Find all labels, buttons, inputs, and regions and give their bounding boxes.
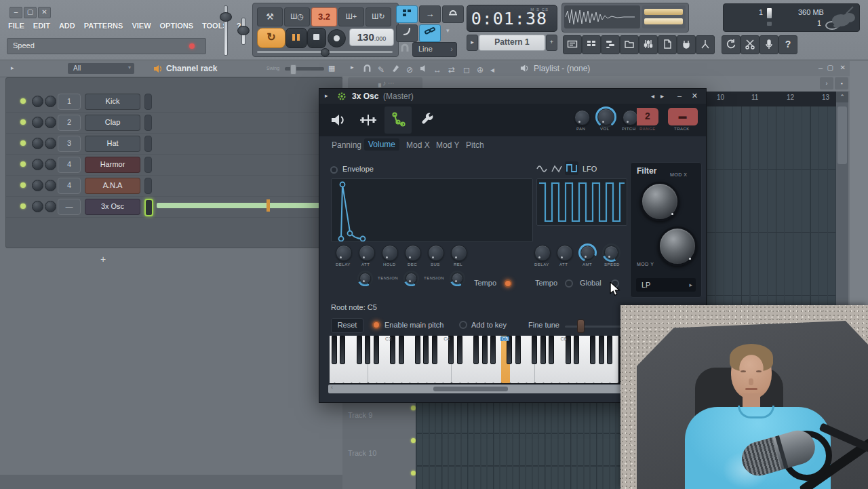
plugin-prev-button[interactable]: ◂ xyxy=(651,92,654,100)
scroll-right-button[interactable]: › xyxy=(820,77,833,90)
gear-icon[interactable] xyxy=(337,92,347,101)
piano-key-black[interactable] xyxy=(332,336,337,364)
undo-button[interactable] xyxy=(722,35,741,54)
add-to-key-label[interactable]: Add to key xyxy=(471,321,507,329)
piano-key-black[interactable] xyxy=(540,336,546,364)
track-name[interactable]: Track 10 xyxy=(348,449,376,457)
plugin-close-button[interactable]: ✕ xyxy=(692,92,698,100)
metronome-button[interactable]: ⚒ xyxy=(257,7,283,26)
rack-menu-arrow[interactable]: ▸ xyxy=(11,64,14,71)
add-to-key-led[interactable] xyxy=(459,321,467,329)
reset-button[interactable]: Reset xyxy=(331,318,363,333)
piano-key-black[interactable] xyxy=(473,336,479,364)
magnet-icon[interactable] xyxy=(363,64,372,73)
menu-view[interactable]: VIEW xyxy=(132,22,151,30)
piano-key-black[interactable] xyxy=(432,336,437,364)
env-dec-knob[interactable] xyxy=(405,245,421,261)
channel-number[interactable]: 4 xyxy=(58,157,81,173)
tab-panning[interactable]: Panning xyxy=(332,140,361,150)
channel-number[interactable]: 2 xyxy=(58,115,81,131)
chevron-down-icon[interactable]: ▾ xyxy=(446,27,450,34)
channel-name-button[interactable]: Clap xyxy=(85,115,140,131)
lfo-tempo-led[interactable] xyxy=(565,279,573,288)
mod-y-knob[interactable] xyxy=(658,227,697,266)
link-button[interactable] xyxy=(419,24,441,42)
menu-file[interactable]: FILE xyxy=(8,22,24,30)
lfo-speed-knob[interactable] xyxy=(602,243,620,262)
channel-enable-led[interactable] xyxy=(20,119,26,125)
plugin-ins-tab-icon[interactable] xyxy=(355,106,382,134)
menu-edit[interactable]: EDIT xyxy=(33,22,50,30)
plugin-titlebar[interactable]: ▸ 3x Osc (Master) ◂ ▸ – ✕ xyxy=(319,89,706,104)
pitch-knob[interactable] xyxy=(623,110,638,125)
slide-tool-icon[interactable]: ⇄ xyxy=(448,63,461,75)
mixer-button[interactable] xyxy=(639,35,658,54)
channel-number[interactable]: 3 xyxy=(58,136,81,152)
playback-tool-icon[interactable]: ◂ xyxy=(490,63,500,75)
envelope-enable-toggle[interactable] xyxy=(330,166,338,174)
plugin-envelope-tab-icon[interactable] xyxy=(384,106,412,134)
menu-add[interactable]: ADD xyxy=(59,22,75,30)
env-tempo-led[interactable] xyxy=(504,279,512,288)
env-tension1-knob[interactable] xyxy=(357,271,373,286)
step-arrow-button[interactable]: → xyxy=(419,5,441,23)
keyboard-scroll-handle[interactable] xyxy=(433,387,508,391)
channel-number[interactable]: 1 xyxy=(58,94,81,110)
window-close-button[interactable]: ✕ xyxy=(38,7,51,18)
tab-pitch[interactable]: Pitch xyxy=(466,140,484,150)
stop-button[interactable] xyxy=(307,28,326,48)
menu-options[interactable]: OPTIONS xyxy=(160,22,194,30)
slip-tool-icon[interactable]: ↔ xyxy=(433,63,448,75)
channel-volume-knob[interactable] xyxy=(45,159,56,170)
lfo-amt-knob[interactable] xyxy=(578,243,597,262)
piano-key-black[interactable] xyxy=(365,336,370,364)
pattern-prev-button[interactable]: ▸ xyxy=(467,35,478,51)
env-sus-knob[interactable] xyxy=(428,245,444,261)
piano-key-black[interactable] xyxy=(590,336,595,364)
filter-type-selector[interactable]: LP ▸ xyxy=(636,278,696,292)
oscilloscope[interactable] xyxy=(564,5,640,28)
master-pitch-handle[interactable] xyxy=(237,26,250,35)
window-maximize-button[interactable]: ▢ xyxy=(24,7,37,18)
shuffle-handle[interactable] xyxy=(321,48,330,57)
channel-number[interactable]: — xyxy=(58,199,81,215)
pattern-add-button[interactable]: + xyxy=(546,35,557,51)
scroll-dot-button[interactable]: ▪ xyxy=(835,77,848,90)
piano-key-black[interactable] xyxy=(490,336,496,364)
project-picker-button[interactable] xyxy=(658,35,677,54)
playlist-close-button[interactable]: ✕ xyxy=(840,64,846,71)
piano-key-black[interactable] xyxy=(549,336,554,364)
channel-pan-knob[interactable] xyxy=(32,180,43,191)
tab-mod-y[interactable]: Mod Y xyxy=(436,140,459,150)
lfo-triangle-icon[interactable] xyxy=(551,164,562,174)
enable-main-pitch-label[interactable]: Enable main pitch xyxy=(384,321,443,329)
channel-pan-knob[interactable] xyxy=(32,117,43,128)
scroll-left-icon[interactable]: ‹ xyxy=(331,384,333,391)
zoom-tool-icon[interactable]: ⊕ xyxy=(477,63,490,75)
piano-key-black[interactable] xyxy=(599,336,604,364)
fine-tune-handle[interactable] xyxy=(577,319,585,333)
lfo-square-icon[interactable] xyxy=(565,161,578,175)
metronome-hat-button[interactable] xyxy=(442,5,464,23)
piano-keyboard[interactable]: 2C3C4C5C6 xyxy=(330,336,621,384)
time-display-panel[interactable]: 0:01:38 M S CS xyxy=(467,5,557,32)
lfo-delay-knob[interactable] xyxy=(534,245,551,261)
piano-key-black[interactable] xyxy=(340,336,345,364)
wait-for-input-button[interactable]: Ш◷ xyxy=(284,7,310,26)
cut-button[interactable] xyxy=(741,35,760,54)
channel-name-button[interactable]: A.N.A xyxy=(85,178,140,194)
lfo-att-knob[interactable] xyxy=(557,245,573,261)
volume-knob[interactable] xyxy=(595,106,616,128)
step-edit-button[interactable] xyxy=(396,5,418,23)
snap-selector[interactable]: Line › xyxy=(412,42,457,57)
delete-tool-icon[interactable]: ⊘ xyxy=(406,63,419,75)
playlist-timeline[interactable]: 10 11 12 13 xyxy=(707,92,836,106)
lfo-sine-icon[interactable] xyxy=(536,164,547,174)
channel-pan-knob[interactable] xyxy=(32,159,43,170)
piano-key-black[interactable] xyxy=(357,336,362,364)
env-tension2-knob[interactable] xyxy=(403,271,419,286)
env-hold-knob[interactable] xyxy=(382,245,398,261)
playlist-menu-arrow[interactable]: ▸ xyxy=(351,64,354,71)
add-channel-button[interactable]: + xyxy=(96,254,110,265)
track-button[interactable]: ▬ xyxy=(668,108,698,125)
